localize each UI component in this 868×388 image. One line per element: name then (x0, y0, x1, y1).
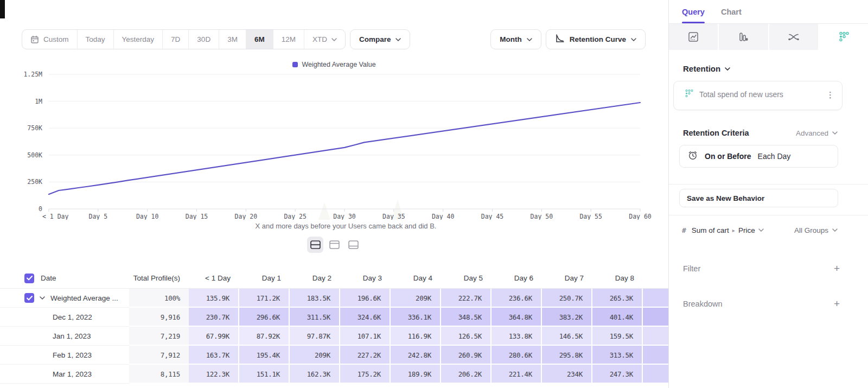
range-7d[interactable]: 7D (163, 30, 189, 49)
total-profiles-cell: 7,219 (129, 327, 189, 346)
svg-text:Day 40: Day 40 (432, 213, 455, 220)
timing-value-label: Each Day (758, 152, 791, 161)
range-3m[interactable]: 3M (219, 30, 246, 49)
retention-value-cell: 97.87K (290, 327, 340, 346)
retention-value-cell: 159.5K (592, 327, 643, 346)
toolbar-right-group: Month Retention Curve (490, 29, 646, 49)
save-as-new-behavior-button[interactable]: Save as New Behavior (679, 189, 838, 207)
table-header-day: Day 8 (592, 268, 643, 289)
retention-value-cell: 242.8K (391, 346, 441, 365)
chart-style-label: Retention Curve (570, 35, 626, 43)
layout-toggle-group (0, 237, 668, 253)
table-row-label: Mar 1, 2023 (0, 365, 129, 384)
chevron-down-icon (395, 38, 401, 41)
measurement-label: Retention (683, 64, 720, 73)
svg-text:< 1 Day: < 1 Day (42, 213, 69, 220)
retention-value-cell: 183.5K (290, 289, 340, 308)
filter-section: Filter + (683, 263, 840, 273)
retention-value-cell: 280.6K (492, 346, 542, 365)
svg-text:0: 0 (39, 205, 42, 213)
svg-text:Day 20: Day 20 (235, 213, 258, 220)
retention-value-cell: 126.5K (441, 327, 492, 346)
sidebar-tabs: Query Chart (669, 0, 868, 24)
total-profiles-cell: 100% (129, 289, 189, 308)
retention-chart-icon[interactable] (819, 24, 868, 50)
criteria-mode-select[interactable]: Advanced (796, 129, 838, 137)
window-corner-decoration (0, 0, 5, 18)
chevron-down-icon (527, 38, 532, 41)
measurement-select[interactable]: Retention (683, 64, 868, 73)
chart-only-view-icon[interactable] (326, 237, 342, 253)
retention-timing-card[interactable]: On or Before Each Day (679, 145, 838, 168)
chevron-down-icon (832, 228, 838, 232)
insights-chart-icon[interactable] (669, 24, 718, 50)
retention-value-cell: 234K (542, 365, 592, 384)
add-filter-button[interactable]: + (834, 263, 840, 273)
clipped-value-cell (643, 346, 668, 365)
granularity-button[interactable]: Month (490, 29, 541, 49)
table-only-view-icon[interactable] (345, 237, 361, 253)
svg-text:1.25M: 1.25M (23, 71, 42, 78)
retention-value-cell: 336.1K (391, 308, 441, 327)
measure-property-select[interactable]: Sum of cart ▸ Price (692, 226, 764, 234)
svg-text:500K: 500K (27, 151, 42, 159)
svg-text:Day 30: Day 30 (333, 213, 356, 220)
group-select[interactable]: All Groups (794, 226, 838, 234)
row-checkbox[interactable] (24, 293, 34, 303)
flows-chart-icon[interactable] (769, 24, 818, 50)
retention-value-cell: 67.99K (189, 327, 239, 346)
clipped-value-cell (643, 365, 668, 384)
chart-style-button[interactable]: Retention Curve (546, 29, 646, 49)
range-today[interactable]: Today (78, 30, 114, 49)
retention-value-cell: 122.3K (189, 365, 239, 384)
tab-query[interactable]: Query (682, 0, 705, 23)
svg-text:Day 15: Day 15 (186, 213, 208, 220)
svg-text:Day 25: Day 25 (284, 213, 307, 220)
retention-value-cell: 209K (290, 346, 340, 365)
range-xtd[interactable]: XTD (304, 30, 345, 49)
retention-value-cell: 151.1K (239, 365, 290, 384)
table-row-label: Feb 1, 2023 (0, 346, 129, 365)
behavior-grid-icon (685, 89, 694, 100)
granularity-label: Month (500, 35, 521, 43)
bar-chart-icon[interactable] (719, 24, 768, 50)
table-header-day: Day 6 (492, 268, 542, 289)
tab-chart[interactable]: Chart (721, 0, 742, 23)
behavior-title: Total spend of new users (699, 90, 783, 99)
row-expand-chevron-icon[interactable] (40, 296, 45, 300)
retention-value-cell: 222.7K (441, 289, 492, 308)
range-custom[interactable]: Custom (22, 30, 78, 49)
retention-value-cell: 146.5K (542, 327, 592, 346)
range-30d[interactable]: 30D (189, 30, 219, 49)
table-header-day: < 1 Day (189, 268, 239, 289)
chevron-down-icon (331, 38, 337, 41)
add-breakdown-button[interactable]: + (834, 298, 840, 309)
table-row-label: Jan 1, 2023 (0, 327, 129, 346)
breakdown-label: Breakdown (683, 300, 723, 308)
kebab-menu-icon[interactable]: ⋮ (826, 91, 834, 99)
table-header-day: Day 4 (391, 268, 441, 289)
retention-value-cell: 175.2K (340, 365, 391, 384)
select-all-checkbox[interactable] (24, 273, 34, 283)
table-header-day: Day 5 (441, 268, 492, 289)
clipped-value-cell (643, 327, 668, 346)
svg-text:Day 5: Day 5 (89, 213, 108, 220)
range-yesterday[interactable]: Yesterday (114, 30, 163, 49)
svg-text:Day 35: Day 35 (382, 213, 405, 220)
range-12m[interactable]: 12M (273, 30, 304, 49)
compare-button[interactable]: Compare (350, 29, 411, 49)
range-6m[interactable]: 6M (246, 30, 273, 49)
query-builder-sidebar: Query Chart Retention (668, 0, 868, 388)
svg-text:Day 50: Day 50 (531, 213, 553, 220)
behavior-header[interactable]: Total spend of new users ⋮ (680, 88, 835, 102)
retention-value-cell: 116.9K (391, 327, 441, 346)
table-header-day: Day 7 (542, 268, 592, 289)
retention-value-cell: 313.5K (592, 346, 643, 365)
retention-table: DateTotal Profile(s)< 1 DayDay 1Day 2Day… (0, 268, 668, 384)
clipped-value-cell (643, 289, 668, 308)
retention-value-cell: 295.8K (542, 346, 592, 365)
retention-line-chart[interactable]: 0250K500K750K1M1.25M< 1 DayDay 5Day 10Da… (0, 57, 668, 220)
retention-value-cell: 227.2K (340, 346, 391, 365)
split-view-icon[interactable] (307, 237, 323, 253)
retention-value-cell: 171.2K (239, 289, 290, 308)
